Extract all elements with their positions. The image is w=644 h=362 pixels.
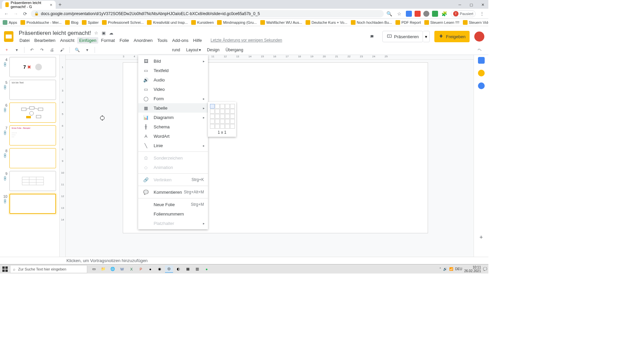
menu-item-audio[interactable]: 🔊Audio bbox=[138, 75, 208, 84]
background-label-suffix[interactable]: rund bbox=[172, 48, 180, 52]
grid-cell[interactable] bbox=[230, 109, 235, 114]
grid-cell[interactable] bbox=[225, 104, 230, 109]
document-title[interactable]: Präsentieren leicht gemacht! bbox=[19, 30, 91, 37]
menu-item-neue-folie[interactable]: Neue FolieStrg+M bbox=[138, 200, 208, 209]
lang-indicator[interactable]: DEU bbox=[455, 267, 462, 271]
chevron-up-icon[interactable]: ˄ bbox=[439, 267, 441, 271]
slide-row[interactable]: 9🔗 bbox=[0, 170, 59, 193]
chrome-icon[interactable]: ◎ bbox=[165, 265, 173, 273]
share-button[interactable]: Freigeben bbox=[434, 31, 470, 42]
bookmark-item[interactable]: Kursideen bbox=[191, 20, 214, 25]
table-grid-picker[interactable] bbox=[210, 104, 234, 129]
reload-button[interactable]: ⟳ bbox=[21, 10, 29, 17]
bookmark-item[interactable]: Steuern Videos wic... bbox=[463, 20, 488, 25]
app-icon[interactable]: ▦ bbox=[184, 265, 192, 273]
menu-item-add-ons[interactable]: Add-ons bbox=[170, 37, 190, 44]
volume-icon[interactable]: 🔊 bbox=[443, 267, 447, 271]
forward-button[interactable]: → bbox=[12, 10, 19, 17]
tasks-icon[interactable] bbox=[478, 82, 485, 89]
slide-thumbnail[interactable]: Ich bin Text bbox=[9, 80, 56, 100]
last-edit-link[interactable]: Letzte Änderung vor wenigen Sekunden bbox=[209, 37, 284, 43]
zoom-dd[interactable]: ▾ bbox=[83, 46, 91, 54]
back-button[interactable]: ← bbox=[3, 10, 10, 17]
slide-row[interactable]: 4🔗7✖ bbox=[0, 56, 59, 79]
extension-icon[interactable] bbox=[432, 11, 438, 17]
slide-row[interactable]: 5🔗Ich bin Text bbox=[0, 79, 59, 102]
move-icon[interactable]: ▣ bbox=[102, 31, 106, 36]
paint-format-button[interactable]: 🖌 bbox=[58, 46, 66, 54]
browser-tab[interactable]: Präsentieren leicht gemacht! - G × bbox=[2, 1, 56, 9]
explorer-icon[interactable]: 📁 bbox=[99, 265, 107, 273]
present-dropdown-button[interactable]: ▾ bbox=[423, 31, 430, 42]
new-slide-button[interactable]: ＋ bbox=[3, 46, 11, 54]
bookmark-item[interactable]: Deutsche Kurs + Vo... bbox=[306, 20, 347, 25]
comment-history-button[interactable] bbox=[366, 31, 378, 42]
slide-thumbnail[interactable]: 7✖ bbox=[9, 57, 56, 77]
grid-cell[interactable] bbox=[220, 109, 225, 114]
extension-icon[interactable] bbox=[415, 11, 421, 17]
menu-item-hilfe[interactable]: Hilfe bbox=[191, 37, 204, 44]
cloud-icon[interactable]: ☁ bbox=[109, 31, 113, 36]
slide-thumbnail[interactable] bbox=[9, 194, 56, 214]
close-window-button[interactable]: ✕ bbox=[477, 1, 488, 9]
bookmark-item[interactable]: Produktsuche - Mer... bbox=[20, 20, 62, 25]
extension-icon[interactable] bbox=[406, 11, 412, 17]
powerpoint-icon[interactable]: P bbox=[137, 265, 145, 273]
present-button[interactable]: Präsentieren bbox=[382, 31, 423, 42]
slide-row[interactable]: 7🔗Erste Folie - Beispiel– – – –– – –– – bbox=[0, 125, 59, 147]
new-tab-button[interactable]: + bbox=[56, 1, 64, 9]
grid-cell[interactable] bbox=[215, 109, 220, 114]
bookmark-item[interactable]: Wahlfächer WU Aus... bbox=[260, 20, 302, 25]
grid-cell[interactable] bbox=[225, 109, 230, 114]
menu-item-linie[interactable]: ╲Linie▸ bbox=[138, 141, 208, 150]
speaker-notes[interactable]: Klicken, um Vortragsnotizen hinzuzufügen bbox=[0, 257, 488, 264]
excel-icon[interactable]: X bbox=[127, 265, 136, 273]
menu-item-schema[interactable]: ╂Schema bbox=[138, 122, 208, 131]
slide-row[interactable]: 6🔗 bbox=[0, 102, 59, 125]
grid-cell[interactable] bbox=[210, 119, 215, 124]
menu-item-form[interactable]: ◯Form▸ bbox=[138, 94, 208, 103]
grid-cell[interactable] bbox=[225, 119, 230, 124]
app-icon[interactable]: ● bbox=[146, 265, 154, 273]
bookmark-item[interactable]: Kreativität und Insp... bbox=[147, 20, 187, 25]
new-slide-dd[interactable]: ▾ bbox=[13, 46, 21, 54]
bookmark-item[interactable]: Steuern Lesen !!!! bbox=[424, 20, 460, 25]
grid-cell[interactable] bbox=[215, 124, 220, 129]
menu-item-anordnen[interactable]: Anordnen bbox=[132, 37, 155, 44]
layout-button[interactable]: Layout▾ bbox=[186, 48, 201, 52]
menu-item-format[interactable]: Format bbox=[99, 37, 117, 44]
edge-icon[interactable]: 🌐 bbox=[109, 265, 117, 273]
slide-thumbnail[interactable] bbox=[9, 148, 56, 168]
bookmark-item[interactable]: Noch hochladen Bu... bbox=[351, 20, 392, 25]
grid-cell[interactable] bbox=[210, 124, 215, 129]
grid-cell[interactable] bbox=[220, 119, 225, 124]
bookmark-item[interactable]: Später bbox=[82, 20, 99, 25]
menu-item-einfügen[interactable]: Einfügen bbox=[77, 37, 98, 44]
grid-cell[interactable] bbox=[210, 104, 215, 109]
grid-cell[interactable] bbox=[230, 119, 235, 124]
notifications-icon[interactable]: 💬 bbox=[483, 267, 487, 271]
start-button[interactable] bbox=[0, 266, 10, 272]
menu-item-bearbeiten[interactable]: Bearbeiten bbox=[32, 37, 57, 44]
grid-cell[interactable] bbox=[230, 124, 235, 129]
word-icon[interactable]: W bbox=[118, 265, 126, 273]
bookmark-item[interactable]: Blog bbox=[65, 20, 78, 25]
bookmark-item[interactable]: Apps bbox=[3, 20, 17, 25]
add-addon-icon[interactable]: + bbox=[478, 234, 485, 241]
task-view-icon[interactable]: ▭ bbox=[90, 265, 98, 273]
clock[interactable]: 10:11 26.02.2021 bbox=[464, 265, 481, 273]
bookmark-item[interactable]: Mindmapping (Gru... bbox=[217, 20, 257, 25]
grid-cell[interactable] bbox=[225, 114, 230, 119]
minimize-button[interactable]: ─ bbox=[454, 1, 466, 9]
extensions-menu-icon[interactable]: 🧩 bbox=[441, 10, 448, 17]
undo-button[interactable]: ↶ bbox=[28, 46, 36, 54]
slide-thumbnail[interactable] bbox=[9, 171, 56, 191]
close-tab-icon[interactable]: × bbox=[50, 2, 52, 7]
calendar-icon[interactable] bbox=[478, 57, 485, 64]
wifi-icon[interactable]: 📶 bbox=[449, 267, 453, 271]
zoom-button[interactable]: 🔍 bbox=[73, 46, 81, 54]
slide-thumbnail[interactable] bbox=[9, 103, 56, 123]
cursor-tool-button[interactable] bbox=[98, 46, 103, 54]
grid-cell[interactable] bbox=[225, 124, 230, 129]
menu-item-tools[interactable]: Tools bbox=[155, 37, 169, 44]
